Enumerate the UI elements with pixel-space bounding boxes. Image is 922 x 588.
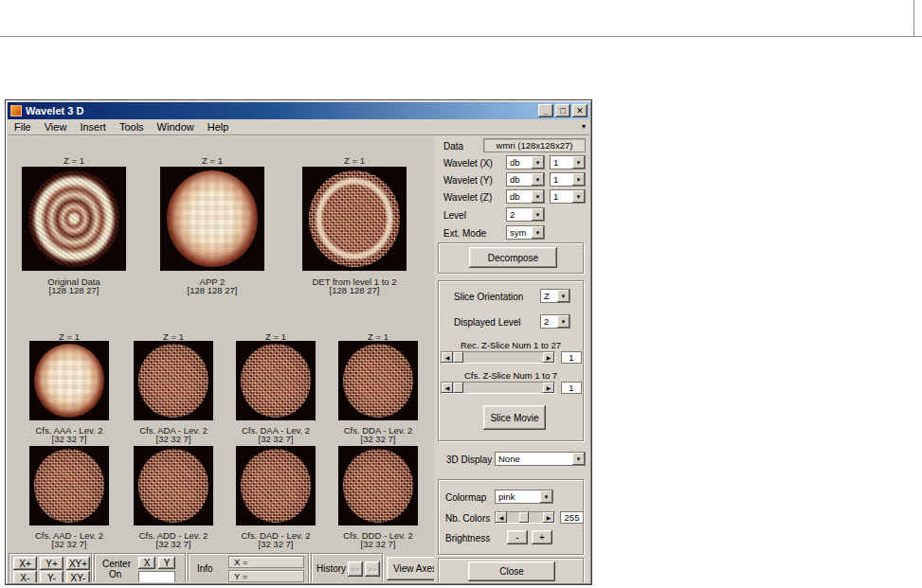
nb-colors-label: Nb. Colors [445, 513, 490, 524]
center-on-label-line2: On [109, 569, 121, 579]
menu-tools[interactable]: Tools [113, 120, 151, 134]
image-cfs-ada [134, 341, 213, 420]
button-label: X+ [19, 559, 31, 569]
wavelet-z-family-select[interactable]: db ▼ [506, 189, 545, 204]
wavelet-y-family-select[interactable]: db ▼ [506, 172, 545, 187]
slice-orientation-select[interactable]: Z ▼ [540, 289, 570, 303]
colormap-select[interactable]: pink ▼ [495, 490, 553, 504]
rec-slice-slider[interactable]: ◀ ▶ [441, 351, 555, 364]
zoom-y-minus-button[interactable]: Y- [40, 571, 63, 582]
chevron-down-icon[interactable]: ▼ [532, 226, 544, 239]
decompose-button[interactable]: Decompose [469, 247, 557, 268]
displayed-level-select[interactable]: 2 ▼ [540, 314, 570, 329]
combo-value: 1 [551, 190, 572, 203]
button-label: X [144, 558, 151, 568]
wavelet-x-number-select[interactable]: 1 ▼ [550, 155, 586, 169]
cfs-slice-slider-thumb[interactable] [454, 383, 463, 393]
history-prev-button[interactable]: << [348, 561, 363, 577]
center-x-button[interactable]: X [138, 557, 155, 569]
history-next-button[interactable]: >> [365, 561, 380, 577]
zoom-xy-minus-button[interactable]: XY- [66, 571, 90, 582]
menu-view[interactable]: View [38, 120, 74, 134]
brain-slice [138, 344, 208, 417]
level-select[interactable]: 2 ▼ [506, 207, 545, 222]
arrow-right-icon[interactable]: ▶ [543, 512, 554, 523]
close-button[interactable]: Close [468, 561, 555, 581]
chevron-down-icon[interactable]: ▼ [532, 208, 544, 221]
3d-display-select[interactable]: None ▼ [495, 452, 586, 466]
nb-colors-slider[interactable]: ◀ ▶ [495, 511, 555, 524]
chevron-down-icon[interactable]: ▼ [532, 173, 544, 186]
ext-mode-select[interactable]: sym ▼ [506, 225, 545, 240]
control-panel: Data wmri (128x128x27) Wavelet (X) db ▼ … [434, 136, 589, 582]
brain-slice [241, 344, 311, 417]
page-rule-horizontal [0, 36, 922, 37]
brightness-minus-button[interactable]: - [507, 530, 528, 544]
chevron-down-icon[interactable]: ▼ [540, 490, 552, 503]
menu-insert[interactable]: Insert [73, 120, 113, 134]
combo-value: db [507, 190, 532, 203]
chevron-down-icon[interactable]: ▼ [572, 190, 585, 203]
minimize-button[interactable]: _ [538, 104, 553, 117]
button-label: XY- [71, 573, 86, 583]
slice-orientation-label: Slice Orientation [454, 292, 523, 302]
wavelet-y-number-select[interactable]: 1 ▼ [550, 172, 586, 187]
rec-slice-slider-label: Rec. Z-Slice Num 1 to 27 [438, 340, 584, 350]
brain-slice [309, 170, 401, 266]
combo-value: 1 [551, 156, 572, 169]
zoom-y-plus-button[interactable]: Y+ [40, 557, 63, 570]
arrow-left-icon[interactable]: ◀ [442, 352, 453, 363]
rec-slice-input[interactable]: 1 [561, 351, 582, 364]
combo-value: db [507, 173, 532, 186]
title-bar[interactable]: Wavelet 3 D _ □ ✕ [8, 102, 589, 119]
wavelet-x-family-select[interactable]: db ▼ [506, 155, 545, 169]
wavelet3d-window: Wavelet 3 D _ □ ✕ File View Insert Tools… [5, 99, 592, 585]
cfs-slice-slider[interactable]: ◀ ▶ [441, 382, 555, 394]
wavelet-x-label: Wavelet (X) [443, 158, 493, 169]
combo-value: pink [496, 490, 540, 503]
zoom-x-plus-button[interactable]: X+ [13, 557, 37, 570]
zoom-x-minus-button[interactable]: X- [13, 571, 37, 582]
arrow-right-icon[interactable]: ▶ [543, 383, 554, 393]
slice-z-label: Z = 1 [302, 155, 407, 166]
close-window-button[interactable]: ✕ [572, 104, 588, 117]
chevron-down-icon[interactable]: ▼ [572, 173, 585, 186]
image-det-level-1-2 [302, 167, 407, 271]
chevron-down-icon[interactable]: ▼ [572, 156, 585, 169]
menu-file[interactable]: File [8, 120, 38, 134]
chevron-down-icon[interactable]: ▼ [532, 190, 544, 203]
center-on-input[interactable] [138, 571, 175, 582]
dock-arrow-icon[interactable]: ▾ [582, 123, 586, 131]
rec-slice-slider-thumb[interactable] [454, 352, 463, 363]
minimize-icon: _ [543, 106, 548, 116]
ext-mode-label: Ext. Mode [443, 228, 486, 239]
menu-help[interactable]: Help [201, 120, 236, 134]
chevron-down-icon[interactable]: ▼ [532, 156, 544, 169]
menu-window[interactable]: Window [151, 120, 201, 134]
zoom-group: X+ Y+ XY+ X- Y- XY- [9, 553, 92, 582]
slice-movie-button[interactable]: Slice Movie [483, 405, 546, 430]
wavelet-z-number-select[interactable]: 1 ▼ [550, 189, 586, 204]
arrow-left-icon[interactable]: ◀ [496, 512, 507, 523]
brain-slice [343, 344, 413, 417]
wavelet-y-label: Wavelet (Y) [443, 175, 493, 186]
center-y-button[interactable]: Y [158, 557, 175, 569]
chevron-down-icon[interactable]: ▼ [557, 315, 569, 328]
arrow-right-icon[interactable]: ▶ [543, 352, 554, 363]
nb-colors-input[interactable]: 255 [560, 511, 584, 524]
cfs-slice-input[interactable]: 1 [561, 382, 582, 394]
page-rule-vertical [913, 0, 914, 36]
maximize-button[interactable]: □ [555, 104, 570, 117]
brightness-plus-button[interactable]: + [532, 530, 552, 544]
zoom-xy-plus-button[interactable]: XY+ [66, 557, 90, 570]
nb-colors-slider-thumb[interactable] [519, 512, 529, 523]
combo-value: 2 [541, 315, 557, 328]
image-dims: [32 32 7] [312, 434, 444, 444]
button-label: Y- [47, 573, 56, 583]
arrow-left-icon[interactable]: ◀ [442, 383, 453, 393]
chevron-down-icon[interactable]: ▼ [572, 453, 585, 465]
image-original-data [22, 167, 126, 271]
data-value: wmri (128x128x27) [483, 138, 586, 152]
chevron-down-icon[interactable]: ▼ [557, 290, 569, 302]
brain-slice [28, 170, 120, 266]
